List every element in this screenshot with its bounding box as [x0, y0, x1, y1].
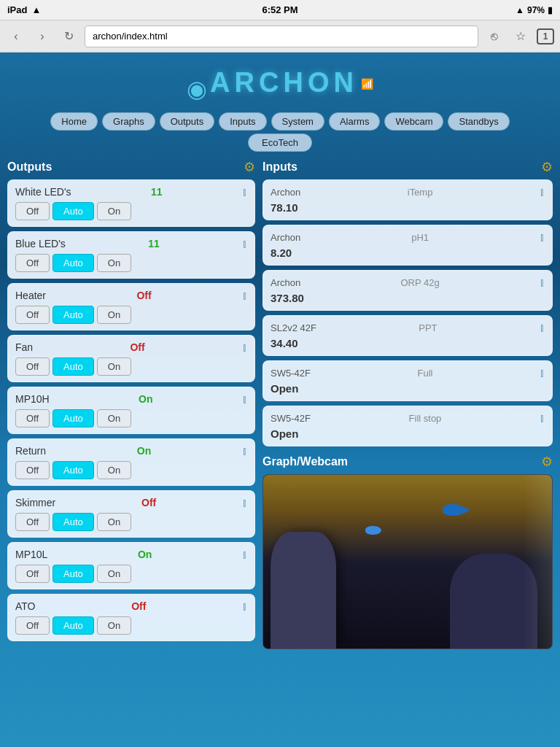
battery-icon: ▮ [548, 5, 553, 15]
output-settings-icon-3[interactable]: ⫿ [242, 341, 247, 353]
output-on-btn-1[interactable]: On [97, 254, 131, 272]
inputs-title: Inputs [262, 160, 298, 174]
share-button[interactable]: ⎋ [484, 26, 505, 47]
nav-alarms[interactable]: Alarms [329, 112, 380, 131]
webcam-scene [263, 475, 552, 649]
nav-ecotech[interactable]: EcoTech [248, 133, 312, 152]
output-settings-icon-7[interactable]: ⫿ [242, 549, 247, 560]
output-controls-6: Off Auto On [15, 513, 247, 531]
output-off-btn-5[interactable]: Off [15, 461, 50, 479]
output-card-4: MP10H On ⫿ Off Auto On [7, 387, 255, 434]
output-auto-btn-7[interactable]: Auto [52, 565, 94, 583]
input-card-3: SL2v2 42F PPT ⫿ 34.40 [262, 315, 553, 356]
tab-count[interactable]: 1 [537, 28, 554, 44]
input-label-3: PPT [419, 322, 437, 333]
output-off-btn-6[interactable]: Off [15, 513, 50, 531]
input-settings-icon-2[interactable]: ⫿ [540, 276, 545, 288]
logo-area: ◉ ARCHON 📶 [7, 60, 553, 107]
graph-gear-icon[interactable]: ⚙ [541, 454, 553, 470]
output-settings-icon-8[interactable]: ⫿ [242, 600, 247, 612]
output-off-btn-3[interactable]: Off [15, 357, 50, 376]
status-time: 6:52 PM [262, 4, 298, 15]
output-settings-icon-1[interactable]: ⫿ [242, 238, 247, 249]
graph-title: Graph/Webcam [262, 455, 348, 468]
output-settings-icon-5[interactable]: ⫿ [242, 445, 247, 457]
output-on-btn-5[interactable]: On [97, 461, 131, 479]
url-bar[interactable] [85, 26, 478, 47]
input-settings-icon-0[interactable]: ⫿ [540, 186, 545, 198]
input-settings-icon-5[interactable]: ⫿ [540, 412, 545, 424]
output-off-btn-2[interactable]: Off [15, 306, 50, 324]
nav-standbys[interactable]: Standbys [448, 112, 509, 131]
output-on-btn-2[interactable]: On [97, 306, 131, 324]
outputs-gear-icon[interactable]: ⚙ [244, 159, 255, 175]
back-button[interactable]: ‹ [6, 26, 26, 47]
input-value-0: 78.10 [271, 200, 545, 214]
page-content: ◉ ARCHON 📶 Home Graphs Outputs Inputs Sy… [0, 53, 560, 747]
browser-bar: ‹ › ↻ ⎋ ☆ 1 [0, 20, 560, 53]
output-off-btn-4[interactable]: Off [15, 409, 50, 427]
input-source-0: Archon [271, 187, 300, 198]
output-off-btn-0[interactable]: Off [15, 202, 50, 220]
input-value-2: 373.80 [271, 290, 545, 304]
nav-graphs[interactable]: Graphs [102, 112, 155, 131]
output-auto-btn-8[interactable]: Auto [52, 616, 94, 635]
output-off-btn-8[interactable]: Off [15, 616, 50, 635]
output-card-2: Heater Off ⫿ Off Auto On [7, 283, 255, 330]
output-controls-1: Off Auto On [15, 254, 247, 272]
output-status-1: 11 [148, 238, 160, 249]
output-auto-btn-1[interactable]: Auto [52, 254, 94, 272]
webcam-container [262, 474, 553, 649]
nav-system[interactable]: System [271, 112, 324, 131]
output-off-btn-1[interactable]: Off [15, 254, 50, 272]
glass-reflection [523, 475, 552, 649]
output-on-btn-3[interactable]: On [97, 357, 131, 376]
inputs-gear-icon[interactable]: ⚙ [541, 159, 553, 175]
reload-button[interactable]: ↻ [58, 26, 79, 47]
output-settings-icon-4[interactable]: ⫿ [242, 393, 247, 405]
outputs-title: Outputs [7, 160, 52, 174]
nav-home[interactable]: Home [50, 112, 98, 131]
output-auto-btn-6[interactable]: Auto [52, 513, 94, 531]
forward-button[interactable]: › [32, 26, 52, 47]
ipad-label: iPad [7, 4, 27, 15]
output-card-7: MP10L On ⫿ Off Auto On [7, 542, 255, 589]
output-settings-icon-6[interactable]: ⫿ [242, 497, 247, 508]
output-auto-btn-4[interactable]: Auto [52, 409, 94, 427]
output-status-3: Off [130, 341, 144, 353]
input-source-1: Archon [271, 232, 300, 243]
input-label-1: pH1 [411, 232, 429, 243]
output-settings-icon-0[interactable]: ⫿ [242, 186, 247, 198]
output-on-btn-8[interactable]: On [97, 616, 131, 635]
nav-webcam[interactable]: Webcam [384, 112, 443, 131]
input-value-5: Open [271, 426, 545, 440]
input-settings-icon-3[interactable]: ⫿ [540, 322, 545, 333]
output-on-btn-6[interactable]: On [97, 513, 131, 531]
output-auto-btn-0[interactable]: Auto [52, 202, 94, 220]
input-card-1: Archon pH1 ⫿ 8.20 [262, 225, 553, 266]
output-card-3: Fan Off ⫿ Off Auto On [7, 335, 255, 382]
output-card-8: ATO Off ⫿ Off Auto On [7, 594, 255, 641]
nav-outputs[interactable]: Outputs [160, 112, 215, 131]
input-value-1: 8.20 [271, 245, 545, 259]
output-settings-icon-2[interactable]: ⫿ [242, 290, 247, 301]
nav-inputs[interactable]: Inputs [219, 112, 266, 131]
output-auto-btn-5[interactable]: Auto [52, 461, 94, 479]
output-auto-btn-2[interactable]: Auto [52, 306, 94, 324]
input-source-2: Archon [271, 277, 300, 288]
output-on-btn-4[interactable]: On [97, 409, 131, 427]
output-on-btn-7[interactable]: On [97, 565, 131, 583]
output-auto-btn-3[interactable]: Auto [52, 357, 94, 376]
input-settings-icon-4[interactable]: ⫿ [540, 367, 545, 379]
output-off-btn-7[interactable]: Off [15, 565, 50, 583]
status-bar: iPad ▲ 6:52 PM ▲ 97% ▮ [0, 0, 560, 20]
input-card-0: Archon iTemp ⫿ 78.10 [262, 179, 553, 220]
input-value-3: 34.40 [271, 336, 545, 349]
input-label-2: ORP 42g [400, 277, 439, 288]
output-on-btn-0[interactable]: On [97, 202, 131, 220]
graph-header: Graph/Webcam ⚙ [262, 454, 553, 470]
input-settings-icon-1[interactable]: ⫿ [540, 231, 545, 243]
input-source-4: SW5-42F [271, 368, 311, 379]
bookmark-button[interactable]: ☆ [510, 26, 531, 47]
output-card-0: White LED's 11 ⫿ Off Auto On [7, 179, 255, 227]
